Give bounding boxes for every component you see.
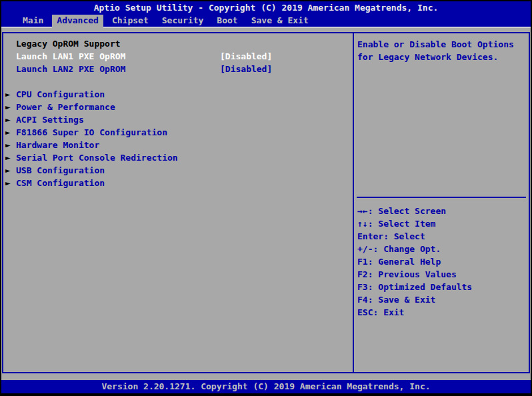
submenu-cpu-configuration[interactable]: ► CPU Configuration (3, 88, 353, 101)
menu-bar: Main Advanced Chipset Security Boot Save… (1, 15, 531, 27)
submenu-label: Serial Port Console Redirection (16, 153, 178, 163)
option-launch-lan2-pxe-oprom[interactable]: Launch LAN2 PXE OpROM [Disabled] (3, 63, 353, 75)
submenu-label: Hardware Monitor (16, 140, 99, 150)
content-frame: Legacy OpROM Support Launch LAN1 PXE OpR… (2, 32, 530, 373)
hotkey-f2-previous-values: F2: Previous Values (357, 268, 526, 281)
submenu-usb-configuration[interactable]: ► USB Configuration (3, 164, 353, 177)
submenu-hardware-monitor[interactable]: ► Hardware Monitor (3, 139, 353, 151)
submenu-arrow-icon: ► (5, 88, 11, 101)
option-value: [Disabled] (220, 63, 272, 75)
submenu-arrow-icon: ► (5, 101, 11, 113)
hotkey-select-item: ↑↓: Select Item (357, 217, 526, 230)
title-text: Aptio Setup Utility - Copyright (C) 2019… (94, 3, 439, 13)
help-line: Enable or Disable Boot Options (357, 38, 526, 51)
tab-save-exit[interactable]: Save & Exit (247, 15, 313, 27)
submenu-label: ACPI Settings (16, 115, 84, 125)
hotkey-enter-select: Enter: Select (357, 230, 526, 243)
tab-main[interactable]: Main (18, 15, 48, 27)
hotkey-f3-optimized-defaults: F3: Optimized Defaults (357, 281, 526, 293)
option-value: [Disabled] (220, 50, 272, 63)
version-text: Version 2.20.1271. Copyright (C) 2019 Am… (101, 381, 430, 391)
bios-setup-screen: Aptio Setup Utility - Copyright (C) 2019… (0, 0, 532, 396)
submenu-f81866-super-io-configuration[interactable]: ► F81866 Super IO Configuration (3, 126, 353, 139)
option-label: Launch LAN2 PXE OpROM (16, 64, 125, 74)
help-line: for Legacy Network Devices. (357, 51, 526, 63)
submenu-label: F81866 Super IO Configuration (16, 127, 167, 137)
submenu-acpi-settings[interactable]: ► ACPI Settings (3, 113, 353, 126)
option-launch-lan1-pxe-oprom[interactable]: Launch LAN1 PXE OpROM [Disabled] (3, 50, 353, 63)
submenu-arrow-icon: ► (5, 164, 11, 177)
submenu-label: USB Configuration (16, 165, 105, 175)
hotkey-esc-exit: ESC: Exit (357, 306, 526, 319)
submenu-label: CSM Configuration (16, 178, 105, 188)
submenu-arrow-icon: ► (5, 126, 11, 139)
hotkey-f1-general-help: F1: General Help (357, 255, 526, 268)
settings-panel: Legacy OpROM Support Launch LAN1 PXE OpR… (3, 33, 353, 372)
group-header: Legacy OpROM Support (3, 37, 353, 50)
title-bar: Aptio Setup Utility - Copyright (C) 2019… (1, 1, 531, 15)
item-help-text: Enable or Disable Boot Options for Legac… (354, 33, 529, 63)
hotkey-change-opt: +/-: Change Opt. (357, 243, 526, 255)
spacer-row (3, 75, 353, 88)
tab-advanced[interactable]: Advanced (52, 15, 103, 28)
option-label: Launch LAN1 PXE OpROM (16, 51, 125, 61)
submenu-power-performance[interactable]: ► Power & Performance (3, 101, 353, 113)
submenu-arrow-icon: ► (5, 177, 11, 189)
version-bar: Version 2.20.1271. Copyright (C) 2019 Am… (1, 380, 531, 393)
submenu-serial-port-console-redirection[interactable]: ► Serial Port Console Redirection (3, 151, 353, 164)
hotkey-select-screen: →←: Select Screen (357, 205, 526, 217)
tab-security[interactable]: Security (157, 15, 209, 27)
submenu-csm-configuration[interactable]: ► CSM Configuration (3, 177, 353, 189)
submenu-arrow-icon: ► (5, 139, 11, 151)
submenu-label: CPU Configuration (16, 89, 105, 99)
hotkey-f4-save-exit: F4: Save & Exit (357, 293, 526, 306)
help-panel: Enable or Disable Boot Options for Legac… (354, 33, 529, 372)
submenu-arrow-icon: ► (5, 151, 11, 164)
hotkey-legend: →←: Select Screen ↑↓: Select Item Enter:… (357, 197, 526, 319)
submenu-arrow-icon: ► (5, 113, 11, 126)
tab-boot[interactable]: Boot (212, 15, 242, 27)
tab-chipset[interactable]: Chipset (107, 15, 153, 27)
submenu-label: Power & Performance (16, 102, 115, 112)
